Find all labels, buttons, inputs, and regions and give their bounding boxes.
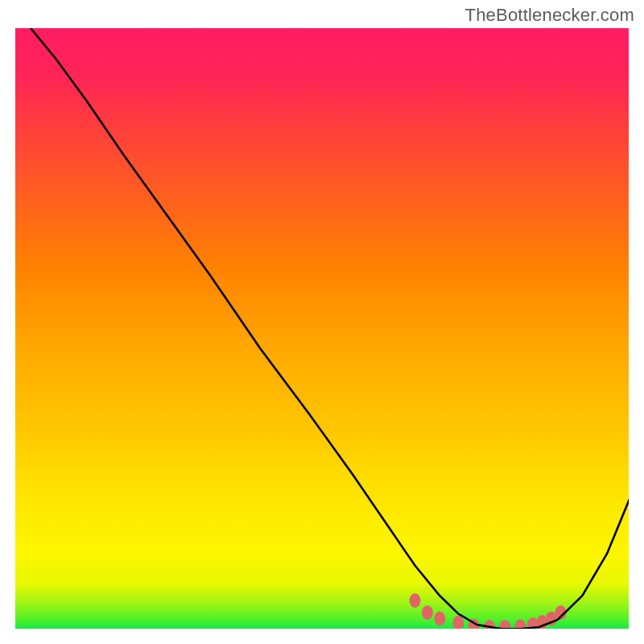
highlight-marker xyxy=(422,605,433,620)
bottleneck-curve xyxy=(31,28,632,629)
chart-container: TheBottlenecker.com xyxy=(0,0,644,644)
highlight-marker xyxy=(410,593,421,608)
highlight-marker xyxy=(452,616,464,630)
highlight-marker xyxy=(434,612,445,626)
highlight-marker xyxy=(527,617,539,632)
plot-area xyxy=(12,28,632,632)
highlight-marker xyxy=(499,620,510,632)
attribution-text: TheBottlenecker.com xyxy=(465,5,634,26)
chart-svg xyxy=(12,28,632,632)
highlight-marker xyxy=(514,619,526,632)
